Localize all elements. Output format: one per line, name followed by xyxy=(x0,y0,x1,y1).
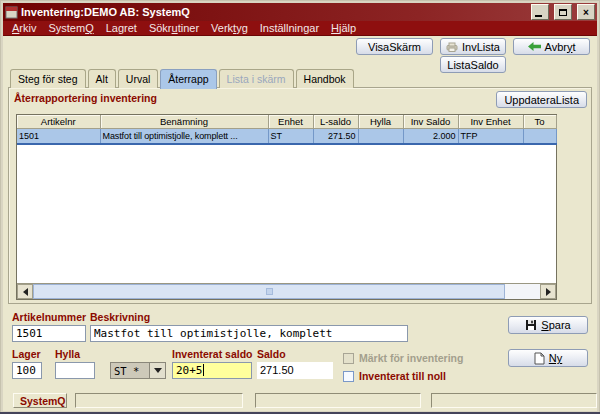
menu-item-inst-llningar[interactable]: Inställningar xyxy=(254,21,325,35)
uppdateralista-button[interactable]: UppdateraLista xyxy=(496,91,587,108)
tab-panel: Återrapportering inventering UppdateraLi… xyxy=(8,87,592,304)
table-cell: 2.000 xyxy=(403,129,458,145)
noll-label: Inventerat till noll xyxy=(359,370,446,382)
table-cell: 1501 xyxy=(17,129,100,145)
visaskarm-label: VisaSkärm xyxy=(368,41,421,53)
tab-alt[interactable]: Alt xyxy=(88,69,116,88)
tab-steg-f-r-steg[interactable]: Steg för steg xyxy=(10,69,86,88)
column-header-inv-enhet[interactable]: Inv Enhet xyxy=(458,115,523,129)
avbryt-label: Avbryt xyxy=(545,41,576,53)
spara-label: Spara xyxy=(541,319,570,331)
inventerat-saldo-field[interactable] xyxy=(172,362,252,379)
beskrivning-label: Beskrivning xyxy=(90,311,150,323)
table-cell: 271.50 xyxy=(313,129,358,145)
tab-terrapp[interactable]: Återrapp xyxy=(160,69,216,89)
status-panel-1 xyxy=(75,393,243,408)
ny-label: Ny xyxy=(549,352,562,364)
table-empty-area xyxy=(17,145,556,283)
markt-checkbox-row: Märkt för inventering xyxy=(343,352,463,364)
text-caret xyxy=(203,364,204,376)
lager-label: Lager xyxy=(12,348,41,360)
status-app-label: SystemQ xyxy=(13,393,67,408)
hylla-field[interactable] xyxy=(55,362,95,379)
column-header-inv-saldo[interactable]: Inv Saldo xyxy=(403,115,458,129)
maximize-button[interactable] xyxy=(554,4,572,20)
close-icon: × xyxy=(583,7,589,18)
menu-item-s-krutiner[interactable]: Sökrutiner xyxy=(143,21,205,35)
table-cell xyxy=(523,129,556,145)
chevron-down-icon xyxy=(154,368,162,373)
listasaldo-label: ListaSaldo xyxy=(447,59,498,71)
floppy-disk-icon xyxy=(525,319,537,331)
tab-handbok[interactable]: Handbok xyxy=(296,69,354,88)
column-header-hylla[interactable]: Hylla xyxy=(358,115,403,129)
lager-field[interactable] xyxy=(12,362,42,379)
scroll-right-button[interactable] xyxy=(540,284,556,299)
table-row[interactable]: 1501Mastfot till optimistjolle, komplett… xyxy=(17,129,556,145)
app-window: Inventering:DEMO AB: SystemQ × ArkivSyst… xyxy=(0,0,600,414)
inventerat-saldo-label: Inventerat saldo xyxy=(172,348,253,360)
avbryt-button[interactable]: Avbryt xyxy=(513,38,590,55)
minimize-icon xyxy=(535,15,542,17)
column-header-enhet[interactable]: Enhet xyxy=(268,115,313,129)
artikelnummer-label: Artikelnummer xyxy=(12,311,86,323)
column-header-to[interactable]: To xyxy=(523,115,556,129)
enhet-value: ST * xyxy=(111,363,149,378)
close-button[interactable]: × xyxy=(577,4,595,20)
menu-item-lagret[interactable]: Lagret xyxy=(100,21,143,35)
table-hscrollbar[interactable] xyxy=(17,283,556,299)
scroll-track[interactable] xyxy=(505,284,540,299)
window-title: Inventering:DEMO AB: SystemQ xyxy=(21,6,526,18)
uppdateralista-label: UppdateraLista xyxy=(504,94,579,106)
table-cell: TFP xyxy=(458,129,523,145)
noll-checkbox[interactable] xyxy=(343,371,354,382)
back-arrow-icon xyxy=(528,42,541,51)
status-bar: SystemQ xyxy=(3,391,597,411)
minimize-button[interactable] xyxy=(531,4,549,20)
maximize-icon xyxy=(559,9,567,16)
scroll-thumb[interactable] xyxy=(33,284,505,299)
report-icon xyxy=(446,42,458,52)
noll-checkbox-row: Inventerat till noll xyxy=(343,370,446,382)
tab-lista-i-sk-rm: Lista i skärm xyxy=(219,69,294,88)
table-cell: ST xyxy=(268,129,313,145)
table-cell: Mastfot till optimistjolle, komplett ... xyxy=(100,129,268,145)
new-document-icon xyxy=(534,352,545,365)
table-header-row: ArtikelnrBenämningEnhetL-saldoHyllaInv S… xyxy=(17,115,556,129)
app-icon xyxy=(5,6,18,19)
inventerat-saldo-wrap xyxy=(172,362,252,379)
column-header-l-saldo[interactable]: L-saldo xyxy=(313,115,358,129)
spara-button[interactable]: Spara xyxy=(508,316,588,334)
menu-item-hj-lp[interactable]: Hjälp xyxy=(325,21,362,35)
listasaldo-button[interactable]: ListaSaldo xyxy=(440,56,506,73)
visaskarm-button[interactable]: VisaSkärm xyxy=(356,38,433,55)
table-body: 1501Mastfot till optimistjolle, komplett… xyxy=(17,129,556,145)
tab-urval[interactable]: Urval xyxy=(118,69,159,88)
invlista-button[interactable]: InvLista xyxy=(440,38,506,55)
menu-item-verktyg[interactable]: Verktyg xyxy=(205,21,254,35)
scroll-right-icon xyxy=(546,288,551,296)
saldo-label: Saldo xyxy=(257,348,286,360)
ny-button[interactable]: Ny xyxy=(508,349,588,367)
panel-title: Återrapportering inventering xyxy=(14,92,157,104)
menu-item-arkiv[interactable]: Arkiv xyxy=(6,21,42,35)
scroll-grip-icon xyxy=(266,288,273,295)
artikelnummer-field[interactable] xyxy=(12,325,86,342)
inventory-table: ArtikelnrBenämningEnhetL-saldoHyllaInv S… xyxy=(16,114,557,300)
invlista-label: InvLista xyxy=(462,41,500,53)
status-panel-2 xyxy=(255,393,421,408)
combo-dropdown-button[interactable] xyxy=(149,363,165,378)
title-bar[interactable]: Inventering:DEMO AB: SystemQ × xyxy=(3,3,597,21)
markt-label: Märkt för inventering xyxy=(359,352,463,364)
table-cell xyxy=(358,129,403,145)
menu-bar: ArkivSystemQLagretSökrutinerVerktygInstä… xyxy=(3,21,597,36)
column-header-ben-mning[interactable]: Benämning xyxy=(100,115,268,129)
scroll-left-button[interactable] xyxy=(17,284,33,299)
beskrivning-field[interactable] xyxy=(90,325,408,342)
hylla-label: Hylla xyxy=(55,348,80,360)
scroll-left-icon xyxy=(23,288,28,296)
menu-item-systemq[interactable]: SystemQ xyxy=(42,21,99,35)
enhet-combobox[interactable]: ST * xyxy=(110,362,166,379)
column-header-artikelnr[interactable]: Artikelnr xyxy=(17,115,100,129)
saldo-value: 271.50 xyxy=(257,362,333,379)
